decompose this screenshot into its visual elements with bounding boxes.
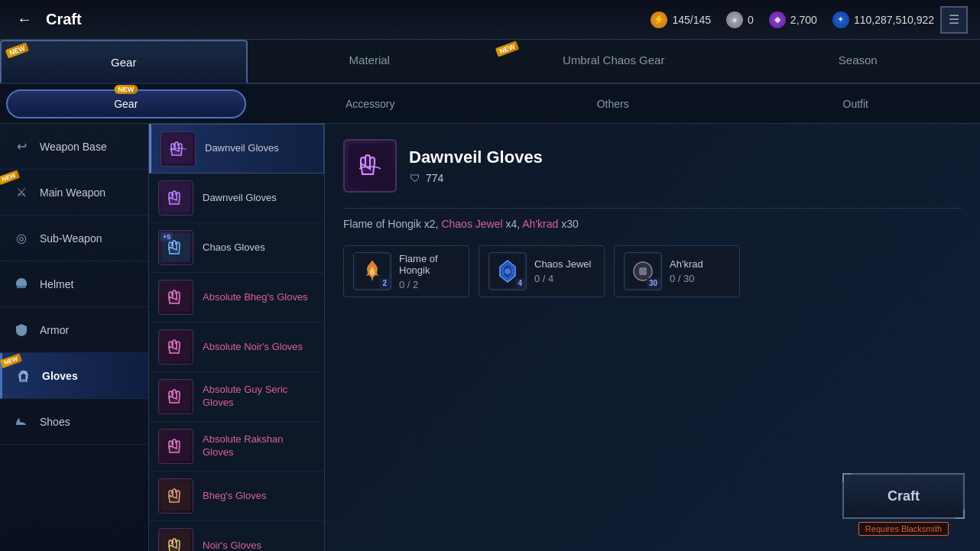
main-weapon-label: Main Weapon [40, 186, 105, 199]
tab-gear[interactable]: NEW Gear [0, 40, 248, 83]
tab-material-label: Material [349, 53, 390, 66]
sidebar-item-armor[interactable]: Armor [0, 307, 148, 353]
item-thumb-dawnveil-1 [161, 131, 196, 167]
item-thumb-absolute-bheg [158, 280, 193, 315]
gold-currency-icon: ✦ [832, 11, 849, 28]
mat-thumb-flame: 2 [353, 252, 391, 290]
item-name-absolute-guy-seric: Absolute Guy Seric Gloves [203, 384, 315, 410]
stat-energy: ⚡ 145/145 [651, 11, 711, 28]
tab-season-label: Season [839, 53, 878, 66]
craft-button[interactable]: Craft [842, 473, 965, 519]
tab-umbral-chaos-gear[interactable]: NEW Umbral Chaos Gear [492, 40, 736, 83]
page-title: Craft [46, 11, 82, 28]
gold-currency-value: 110,287,510,922 [854, 14, 934, 26]
list-item-dawnveil-2[interactable]: Dawnveil Gloves [149, 173, 324, 223]
sub-tab-gear-label: Gear [114, 98, 138, 110]
ingredient-ahkrad-label: Ah'krad [522, 218, 558, 230]
gear-tab-new-badge: NEW [5, 42, 29, 58]
main-tab-bar: NEW Gear Material NEW Umbral Chaos Gear … [0, 40, 980, 84]
material-card-ahkrad: 30 Ah'krad 0 / 30 [614, 245, 740, 297]
tab-material[interactable]: Material [248, 40, 492, 83]
chaos-gloves-level: +5 [161, 232, 173, 241]
sub-tab-gear[interactable]: NEW Gear [6, 89, 246, 118]
mat-qty-chaos-jewel: 0 / 4 [534, 273, 591, 284]
detail-item-thumb [343, 139, 397, 193]
list-item-dawnveil-1[interactable]: Dawnveil Gloves [149, 124, 324, 173]
list-item-chaos-gloves[interactable]: +5 Chaos Gloves [149, 223, 324, 273]
sidebar-item-weapon-base[interactable]: ↩ Weapon Base [0, 124, 148, 170]
tab-gear-label: Gear [111, 56, 136, 69]
content-area: ↩ Weapon Base NEW ⚔ Main Weapon ◎ Sub-We… [0, 124, 980, 551]
sidebar-item-gloves[interactable]: NEW Gloves [0, 353, 148, 399]
svg-rect-0 [17, 286, 26, 288]
sidebar-item-main-weapon[interactable]: NEW ⚔ Main Weapon [0, 170, 148, 216]
topbar-menu-button[interactable]: ☰ [940, 6, 968, 34]
detail-info: Dawnveil Gloves 🛡 774 [409, 147, 543, 184]
gloves-icon [15, 367, 33, 385]
list-item-absolute-guy-seric[interactable]: Absolute Guy Seric Gloves [149, 372, 324, 422]
craft-button-area: Craft Requires Blacksmith [842, 473, 965, 536]
sub-tab-outfit-label: Outfit [843, 98, 868, 110]
sidebar-item-shoes[interactable]: Shoes [0, 399, 148, 445]
svg-rect-6 [161, 382, 190, 411]
mat-name-chaos-jewel: Chaos Jewel [534, 258, 591, 270]
sidebar-item-sub-weapon[interactable]: ◎ Sub-Weapon [0, 216, 148, 261]
svg-rect-5 [161, 332, 190, 361]
craft-requires-label: Requires Blacksmith [858, 522, 949, 536]
item-name-absolute-bheg: Absolute Bheg's Gloves [203, 291, 308, 304]
sub-tab-others[interactable]: Others [495, 89, 732, 118]
stat-purple-currency: ◆ 2,700 [769, 11, 817, 28]
material-card-chaos-jewel: 4 Chaos Jewel 0 / 4 [479, 245, 605, 297]
tab-umbral-label: Umbral Chaos Gear [563, 53, 664, 66]
list-item-absolute-noir[interactable]: Absolute Noir's Gloves [149, 322, 324, 372]
list-item-noir-gloves[interactable]: Noir's Gloves [149, 521, 324, 551]
sub-weapon-label: Sub-Weapon [40, 232, 102, 245]
svg-rect-4 [161, 283, 190, 312]
back-button[interactable]: ← [12, 8, 37, 32]
item-name-dawnveil-1: Dawnveil Gloves [205, 142, 279, 155]
recipe-ingredients-text: Flame of Hongik x2, Chaos Jewel x4, Ah'k… [343, 218, 962, 230]
sub-tab-outfit[interactable]: Outfit [738, 89, 975, 118]
detail-item-name: Dawnveil Gloves [409, 147, 543, 167]
sub-tab-accessory[interactable]: Accessory [252, 89, 489, 118]
list-item-bheg-gloves[interactable]: Bheg's Gloves [149, 472, 324, 521]
ingredient-ahkrad-qty: x30 [558, 218, 578, 230]
gloves-label: Gloves [42, 370, 78, 382]
detail-defense-stat: 🛡 774 [409, 172, 543, 184]
list-item-absolute-bheg[interactable]: Absolute Bheg's Gloves [149, 273, 324, 322]
mat-chaos-jewel-count: 4 [515, 278, 524, 288]
sub-tab-others-label: Others [597, 98, 629, 110]
armor-label: Armor [40, 324, 69, 336]
ingredient-chaos-label: Chaos Jewel [441, 218, 502, 230]
energy-value: 145/145 [672, 14, 711, 26]
sidebar: ↩ Weapon Base NEW ⚔ Main Weapon ◎ Sub-We… [0, 124, 149, 551]
item-thumb-dawnveil-2 [158, 180, 193, 216]
helmet-label: Helmet [40, 278, 73, 290]
mat-qty-flame: 0 / 2 [399, 279, 459, 290]
weapon-base-icon: ↩ [12, 138, 31, 156]
svg-rect-8 [161, 481, 190, 510]
item-thumb-absolute-noir [158, 329, 193, 365]
materials-grid: 2 Flame of Hongik 0 / 2 [343, 245, 962, 297]
umbral-tab-new-badge: NEW [495, 41, 519, 57]
purple-currency-value: 2,700 [790, 14, 817, 26]
energy-icon: ⚡ [651, 11, 667, 28]
svg-point-18 [640, 268, 646, 274]
sidebar-item-helmet[interactable]: Helmet [0, 261, 148, 307]
stat-gold-currency: ✦ 110,287,510,922 [832, 11, 934, 28]
list-item-absolute-rakshan[interactable]: Absolute Rakshan Gloves [149, 422, 324, 472]
sub-tab-bar: NEW Gear Accessory Others Outfit [0, 84, 980, 124]
silver-value: 0 [748, 14, 754, 26]
svg-rect-1 [164, 135, 193, 164]
mat-thumb-chaos-jewel: 4 [488, 252, 527, 290]
sub-gear-new-badge: NEW [114, 85, 138, 94]
tab-season[interactable]: Season [736, 40, 981, 83]
item-name-noir-gloves: Noir's Gloves [203, 540, 261, 551]
topbar: ← Craft ⚡ 145/145 ● 0 ◆ 2,700 ✦ 110,287,… [0, 0, 980, 40]
weapon-base-label: Weapon Base [40, 141, 107, 153]
main-weapon-icon: ⚔ [12, 183, 31, 202]
mat-flame-count: 2 [380, 278, 389, 288]
craft-button-label: Craft [888, 488, 920, 504]
svg-rect-2 [161, 183, 190, 212]
item-thumb-absolute-guy-seric [158, 379, 193, 414]
